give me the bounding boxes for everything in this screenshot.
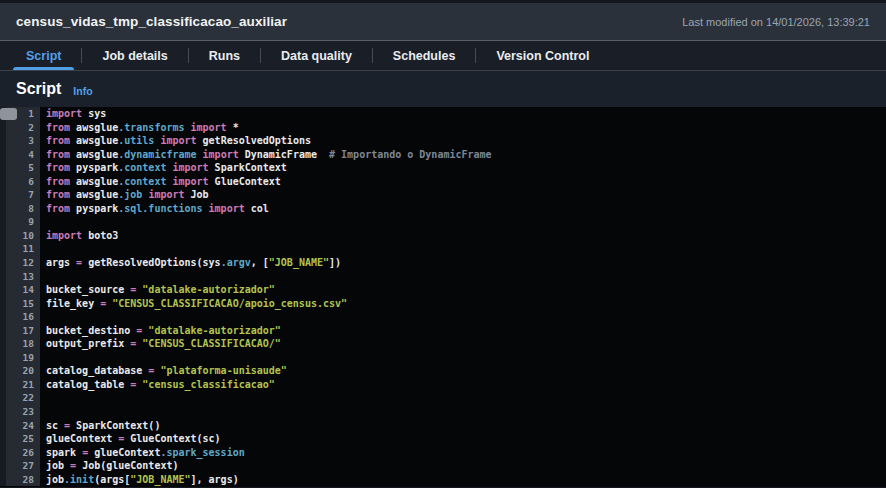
code-text: [40, 351, 46, 365]
code-text: from awsglue.utils import getResolvedOpt…: [40, 134, 311, 148]
code-line-6[interactable]: 6from awsglue.context import GlueContext: [0, 175, 886, 189]
code-text: [40, 215, 46, 229]
code-text: [40, 310, 46, 324]
last-modified-timestamp: Last modified on 14/01/2026, 13:39:21: [682, 16, 870, 28]
code-text: [40, 242, 46, 256]
line-number: 23: [0, 405, 40, 419]
code-text: import sys: [40, 107, 106, 121]
code-line-5[interactable]: 5from pyspark.context import SparkContex…: [0, 161, 886, 175]
code-text: sc = SparkContext(): [40, 419, 160, 433]
code-line-3[interactable]: 3from awsglue.utils import getResolvedOp…: [0, 134, 886, 148]
tab-version-control[interactable]: Version Control: [485, 41, 600, 70]
code-line-1[interactable]: 1import sys: [0, 107, 886, 121]
line-number: 17: [0, 324, 40, 338]
line-number: 3: [0, 134, 40, 148]
script-panel: Script Info 1import sys2from awsglue.tra…: [0, 71, 886, 487]
code-line-13[interactable]: 13: [0, 270, 886, 284]
code-text: file_key = "CENSUS_CLASSIFICACAO/apoio_c…: [40, 297, 347, 311]
line-number: 5: [0, 161, 40, 175]
code-text: catalog_table = "census_classificacao": [40, 378, 275, 392]
code-text: catalog_database = "plataforma-unisaude": [40, 364, 287, 378]
script-panel-header: Script Info: [0, 71, 886, 107]
code-line-24[interactable]: 24sc = SparkContext(): [0, 419, 886, 433]
line-number: 12: [0, 256, 40, 270]
code-line-10[interactable]: 10import boto3: [0, 229, 886, 243]
line-number: 4: [0, 148, 40, 162]
line-number: 6: [0, 175, 40, 189]
code-line-4[interactable]: 4from awsglue.dynamicframe import Dynami…: [0, 148, 886, 162]
line-number: 20: [0, 364, 40, 378]
code-line-9[interactable]: 9: [0, 215, 886, 229]
code-line-17[interactable]: 17bucket_destino = "datalake-autorizador…: [0, 324, 886, 338]
tab-divider: [372, 48, 373, 63]
line-number: 13: [0, 270, 40, 284]
code-text: from awsglue.dynamicframe import Dynamic…: [40, 148, 492, 162]
code-line-21[interactable]: 21catalog_table = "census_classificacao": [0, 378, 886, 392]
tab-divider: [188, 48, 189, 63]
code-text: from awsglue.context import GlueContext: [40, 175, 281, 189]
glue-job-editor-page: census_vidas_tmp_classificacao_auxiliar …: [0, 3, 886, 487]
line-number: 1: [0, 107, 40, 121]
line-number: 24: [0, 419, 40, 433]
code-line-14[interactable]: 14bucket_source = "datalake-autorizador": [0, 283, 886, 297]
code-line-2[interactable]: 2from awsglue.transforms import *: [0, 121, 886, 135]
line-number: 16: [0, 310, 40, 324]
code-text: import boto3: [40, 229, 118, 243]
line-number: 22: [0, 391, 40, 405]
code-text: from awsglue.transforms import *: [40, 121, 239, 135]
code-text: output_prefix = "CENSUS_CLASSIFICACAO/": [40, 337, 281, 351]
code-line-12[interactable]: 12args = getResolvedOptions(sys.argv, ["…: [0, 256, 886, 270]
code-line-20[interactable]: 20catalog_database = "plataforma-unisaud…: [0, 364, 886, 378]
code-line-27[interactable]: 27job = Job(glueContext): [0, 459, 886, 473]
code-line-11[interactable]: 11: [0, 242, 886, 256]
code-line-18[interactable]: 18output_prefix = "CENSUS_CLASSIFICACAO/…: [0, 337, 886, 351]
code-text: bucket_destino = "datalake-autorizador": [40, 324, 281, 338]
code-line-7[interactable]: 7from awsglue.job import Job: [0, 188, 886, 202]
code-text: [40, 270, 46, 284]
line-number: 27: [0, 459, 40, 473]
line-number: 21: [0, 378, 40, 392]
info-link[interactable]: Info: [73, 85, 92, 97]
code-line-16[interactable]: 16: [0, 310, 886, 324]
tab-job-details[interactable]: Job details: [91, 41, 178, 70]
tab-runs[interactable]: Runs: [198, 41, 251, 70]
code-text: from pyspark.context import SparkContext: [40, 161, 287, 175]
tab-divider: [81, 48, 82, 63]
code-line-23[interactable]: 23: [0, 405, 886, 419]
line-number: 2: [0, 121, 40, 135]
code-text: spark = glueContext.spark_session: [40, 446, 245, 460]
tab-script[interactable]: Script: [15, 41, 72, 70]
line-number: 9: [0, 215, 40, 229]
code-line-26[interactable]: 26spark = glueContext.spark_session: [0, 446, 886, 460]
line-number: 8: [0, 202, 40, 216]
line-number: 10: [0, 229, 40, 243]
line-number: 7: [0, 188, 40, 202]
code-line-19[interactable]: 19: [0, 351, 886, 365]
code-line-28[interactable]: 28job.init(args["JOB_NAME"], args): [0, 473, 886, 487]
code-line-8[interactable]: 8from pyspark.sql.functions import col: [0, 202, 886, 216]
code-text: glueContext = GlueContext(sc): [40, 432, 221, 446]
code-editor[interactable]: 1import sys2from awsglue.transforms impo…: [0, 107, 886, 487]
code-line-22[interactable]: 22: [0, 391, 886, 405]
tab-bar: ScriptJob detailsRunsData qualitySchedul…: [0, 41, 886, 71]
line-number: 19: [0, 351, 40, 365]
code-text: [40, 405, 46, 419]
tab-divider: [260, 48, 261, 63]
code-text: bucket_source = "datalake-autorizador": [40, 283, 275, 297]
tab-schedules[interactable]: Schedules: [382, 41, 467, 70]
code-text: job.init(args["JOB_NAME"], args): [40, 473, 239, 487]
code-text: job = Job(glueContext): [40, 459, 178, 473]
code-text: from awsglue.job import Job: [40, 188, 209, 202]
code-line-15[interactable]: 15file_key = "CENSUS_CLASSIFICACAO/apoio…: [0, 297, 886, 311]
tab-data-quality[interactable]: Data quality: [270, 41, 363, 70]
panel-title: Script: [16, 80, 61, 98]
line-number: 15: [0, 297, 40, 311]
line-number: 28: [0, 473, 40, 487]
code-text: from pyspark.sql.functions import col: [40, 202, 269, 216]
job-header: census_vidas_tmp_classificacao_auxiliar …: [0, 3, 886, 41]
line-number: 25: [0, 432, 40, 446]
job-title: census_vidas_tmp_classificacao_auxiliar: [16, 14, 287, 29]
active-line-marker: [0, 108, 17, 120]
code-line-25[interactable]: 25glueContext = GlueContext(sc): [0, 432, 886, 446]
tab-divider: [475, 48, 476, 63]
